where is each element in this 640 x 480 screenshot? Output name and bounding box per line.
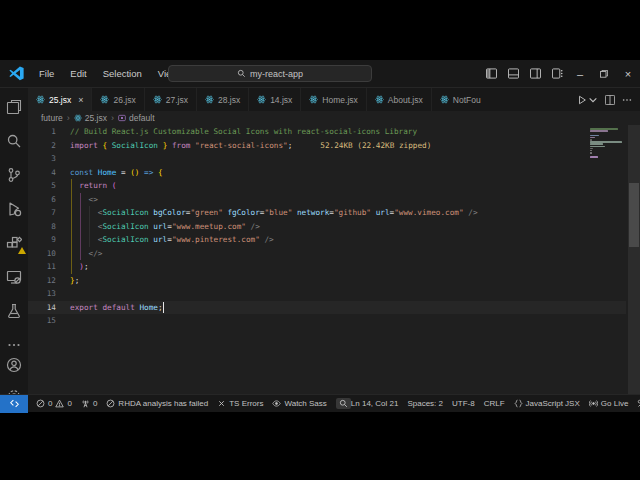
line-number: 4 xyxy=(28,166,62,180)
minimize-button[interactable]: – xyxy=(568,60,592,87)
more-actions-icon[interactable] xyxy=(622,95,632,105)
line-number: 3 xyxy=(28,152,62,166)
tab-27-jsx[interactable]: 27.jsx xyxy=(145,88,197,111)
ts-errors[interactable]: TS Errors xyxy=(217,399,263,408)
code-line-4[interactable]: 4const Home = () => { xyxy=(28,166,640,180)
run-debug-icon[interactable] xyxy=(4,199,24,219)
line-content: const Home = () => { xyxy=(70,166,163,180)
encoding[interactable]: UTF-8 xyxy=(452,399,475,408)
x-icon xyxy=(217,399,226,408)
rhda-status-label: RHDA analysis has failed xyxy=(118,399,208,408)
minimap[interactable] xyxy=(590,128,624,161)
eol-sequence-label: CRLF xyxy=(484,399,505,408)
toggle-sidebar-icon[interactable] xyxy=(480,60,502,87)
eol-sequence[interactable]: CRLF xyxy=(484,399,505,408)
menu-file[interactable]: File xyxy=(32,65,61,82)
eye-icon xyxy=(272,399,281,408)
account-icon[interactable] xyxy=(4,355,24,375)
line-content: </> xyxy=(70,247,102,261)
source-control-icon[interactable] xyxy=(4,165,24,185)
search-icon[interactable] xyxy=(4,131,24,151)
menu-selection[interactable]: Selection xyxy=(96,65,149,82)
tab-label: 25.jsx xyxy=(49,95,71,105)
react-icon xyxy=(74,114,82,122)
line-content: import { SocialIcon } from "react-social… xyxy=(70,139,431,153)
watch-sass[interactable]: Watch Sass xyxy=(272,399,326,408)
code-line-8[interactable]: 8 <SocialIcon url="www.meetup.com" /> xyxy=(28,220,640,234)
chevron-down-icon xyxy=(588,95,598,105)
breadcrumb-item-future[interactable]: future xyxy=(41,113,63,123)
line-number: 7 xyxy=(28,206,62,220)
more-dots-icon[interactable] xyxy=(4,335,24,355)
extensions-warning-badge xyxy=(18,247,26,254)
command-center-search[interactable]: my-react-app xyxy=(168,65,372,82)
react-icon xyxy=(257,95,266,104)
search-toggle[interactable] xyxy=(336,398,351,409)
react-icon xyxy=(205,95,214,104)
vscode-window: FileEditSelectionView⋯ ← → my-react-app xyxy=(0,60,640,412)
problems-label: 0 xyxy=(48,399,52,408)
status-bar: 000RHDA analysis has failedTS ErrorsWatc… xyxy=(0,394,640,412)
code-line-14[interactable]: 14export default Home; xyxy=(28,301,640,315)
remote-indicator[interactable] xyxy=(0,395,28,413)
scrollbar-thumb[interactable] xyxy=(629,183,639,247)
line-number: 11 xyxy=(28,260,62,274)
language-mode[interactable]: JavaScript JSX xyxy=(514,399,580,408)
extensions-icon[interactable] xyxy=(4,233,24,253)
code-line-7[interactable]: 7 <SocialIcon bgColor="green" fgColor="b… xyxy=(28,206,640,220)
breadcrumb-item-default[interactable]: default xyxy=(118,113,155,123)
problems[interactable]: 00 xyxy=(36,399,72,408)
close-button[interactable]: × xyxy=(616,60,640,87)
tab-25-jsx[interactable]: 25.jsx× xyxy=(28,88,92,111)
line-content: <SocialIcon url="www.meetup.com" /> xyxy=(70,220,260,234)
tab-label: About.jsx xyxy=(388,95,423,105)
status-bar-right: Ln 14, Col 21Spaces: 2UTF-8CRLFJavaScrip… xyxy=(351,399,640,408)
code-line-12[interactable]: 12}; xyxy=(28,274,640,288)
split-editor-icon[interactable] xyxy=(605,95,615,105)
code-line-1[interactable]: 1// Build React.js Customizable Social I… xyxy=(28,125,640,139)
tab-about-jsx[interactable]: About.jsx xyxy=(367,88,432,111)
breadcrumb-item-25-jsx[interactable]: 25.jsx xyxy=(74,113,107,123)
toggle-panel-icon[interactable] xyxy=(502,60,524,87)
remote-explorer-icon[interactable] xyxy=(4,267,24,287)
menu-edit[interactable]: Edit xyxy=(63,65,93,82)
ports-indicator[interactable]: 0 xyxy=(81,399,97,408)
run-file-button[interactable] xyxy=(577,95,598,105)
testing-beaker-icon[interactable] xyxy=(4,301,24,321)
code-line-6[interactable]: 6 <> xyxy=(28,193,640,207)
code-line-13[interactable]: 13 xyxy=(28,287,640,301)
tab-notfou[interactable]: NotFou xyxy=(432,88,482,111)
breadcrumb-label: default xyxy=(129,113,155,123)
vscode-logo-icon xyxy=(9,66,24,81)
radio-tower-icon xyxy=(81,399,90,408)
line-content: return ( xyxy=(70,179,116,193)
code-line-15[interactable]: 15 xyxy=(28,314,640,328)
search-icon xyxy=(237,69,246,78)
code-line-10[interactable]: 10 </> xyxy=(28,247,640,261)
toggle-secondary-sidebar-icon[interactable] xyxy=(524,60,546,87)
indentation[interactable]: Spaces: 2 xyxy=(407,399,443,408)
tab-28-jsx[interactable]: 28.jsx xyxy=(197,88,249,111)
tab-home-jsx[interactable]: Home.jsx xyxy=(301,88,366,111)
tab-14-jsx[interactable]: 14.jsx xyxy=(249,88,301,111)
code-line-11[interactable]: 11 ); xyxy=(28,260,640,274)
code-line-9[interactable]: 9 <SocialIcon url="www.pinterest.com" /> xyxy=(28,233,640,247)
vertical-scrollbar[interactable] xyxy=(628,125,640,394)
code-line-5[interactable]: 5 return ( xyxy=(28,179,640,193)
breadcrumb-separator: › xyxy=(67,113,70,123)
rhda-status[interactable]: RHDA analysis has failed xyxy=(106,399,208,408)
explorer-icon[interactable] xyxy=(4,97,24,117)
tab-26-jsx[interactable]: 26.jsx xyxy=(92,88,144,111)
tab-label: 26.jsx xyxy=(113,95,135,105)
tab-close-icon[interactable]: × xyxy=(78,95,83,105)
breadcrumb-label: 25.jsx xyxy=(85,113,107,123)
go-live[interactable]: Go Live xyxy=(589,399,629,408)
cursor-position[interactable]: Ln 14, Col 21 xyxy=(351,399,399,408)
code-editor[interactable]: 1// Build React.js Customizable Social I… xyxy=(28,125,640,394)
tab-label: 27.jsx xyxy=(166,95,188,105)
code-line-3[interactable]: 3 xyxy=(28,152,640,166)
line-number: 2 xyxy=(28,139,62,153)
restore-button[interactable] xyxy=(592,60,616,87)
code-line-2[interactable]: 2import { SocialIcon } from "react-socia… xyxy=(28,139,640,153)
customize-layout-icon[interactable] xyxy=(546,60,568,87)
